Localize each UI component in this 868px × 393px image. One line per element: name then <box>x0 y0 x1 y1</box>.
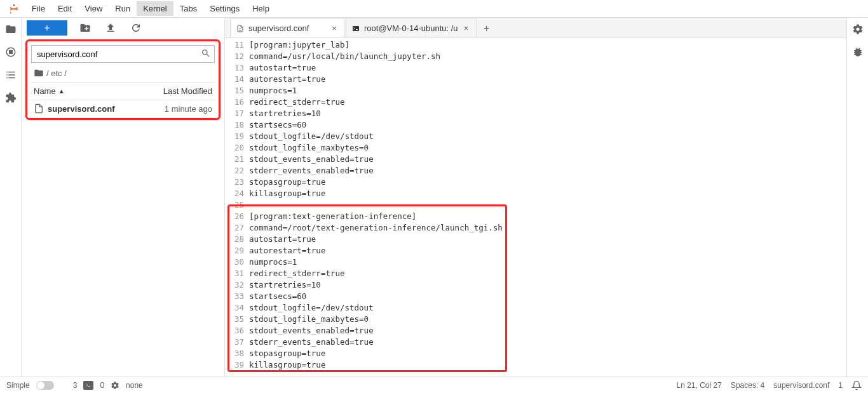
debug-icon[interactable] <box>851 46 864 58</box>
filter-input[interactable] <box>31 45 215 63</box>
terminal-badge-icon[interactable] <box>83 381 93 390</box>
line-number: 22 <box>225 165 249 177</box>
new-launcher-button[interactable] <box>27 20 67 36</box>
line-text: stopasgroup=true <box>249 348 846 359</box>
upload-icon[interactable] <box>103 20 118 36</box>
menu-bar: FileEditViewRunKernelTabsSettingsHelp <box>0 0 868 18</box>
code-line[interactable]: 37stderr_events_enabled=true <box>225 336 846 348</box>
line-text: stdout_logfile=/dev/stdout <box>249 302 846 314</box>
code-line[interactable]: 32startretries=10 <box>225 279 846 291</box>
code-line[interactable]: 34stdout_logfile=/dev/stdout <box>225 302 846 314</box>
line-text: [program:text-generation-inference] <box>249 211 846 222</box>
menu-tabs[interactable]: Tabs <box>173 1 203 16</box>
line-text: numprocs=1 <box>249 256 846 268</box>
menu-view[interactable]: View <box>78 1 109 16</box>
menu-help[interactable]: Help <box>246 1 276 16</box>
code-line[interactable]: 31redirect_stderr=true <box>225 268 846 279</box>
file-row[interactable]: supervisord.conf 1 minute ago <box>31 100 215 117</box>
line-number: 17 <box>225 108 249 119</box>
menu-file[interactable]: File <box>25 1 51 16</box>
bell-icon[interactable] <box>851 380 862 390</box>
running-icon[interactable] <box>4 46 17 58</box>
code-line[interactable]: 11[program:jupyter_lab] <box>225 39 846 51</box>
code-line[interactable]: 23stopasgroup=true <box>225 177 846 188</box>
property-inspector-icon[interactable] <box>851 23 864 36</box>
line-text: autorestart=true <box>249 74 846 85</box>
gear-icon[interactable] <box>111 381 119 390</box>
simple-mode-label: Simple <box>6 381 30 390</box>
line-number: 33 <box>225 291 249 302</box>
code-line[interactable]: 22stderr_events_enabled=true <box>225 165 846 177</box>
line-text: autostart=true <box>249 62 846 74</box>
code-line[interactable]: 27command=/root/text-generation-inferenc… <box>225 222 846 234</box>
terminal-icon <box>351 24 360 33</box>
code-line[interactable]: 33startsecs=60 <box>225 291 846 302</box>
notification-count[interactable]: 1 <box>838 381 843 390</box>
highlight-box-filebrowser: / etc / Name ▲ Last Modified supervisord… <box>25 39 220 120</box>
add-tab-button[interactable]: + <box>478 20 496 37</box>
tab-label: supervisord.conf <box>248 23 326 33</box>
code-line[interactable]: 25 <box>225 199 846 211</box>
line-text: stdout_events_enabled=true <box>249 325 846 336</box>
code-line[interactable]: 21stdout_events_enabled=true <box>225 154 846 165</box>
line-text: stdout_logfile_maxbytes=0 <box>249 142 846 154</box>
svg-point-1 <box>10 11 11 13</box>
line-number: 12 <box>225 51 249 62</box>
code-line[interactable]: 26[program:text-generation-inference] <box>225 211 846 222</box>
tab-bar: supervisord.conf × root@VM-0-14-ubuntu: … <box>225 18 846 38</box>
tab-1[interactable]: root@VM-0-14-ubuntu: /u × <box>346 18 477 37</box>
status-bar: Simple 3 0 none Ln 21, Col 27 Spaces: 4 … <box>0 376 868 393</box>
code-line[interactable]: 35stdout_logfile_maxbytes=0 <box>225 314 846 325</box>
code-line[interactable]: 19stdout_logfile=/dev/stdout <box>225 131 846 142</box>
code-line[interactable]: 18startsecs=60 <box>225 119 846 131</box>
menu-settings[interactable]: Settings <box>203 1 246 16</box>
kernel-status[interactable]: none <box>126 381 143 390</box>
code-line[interactable]: 39killasgroup=true <box>225 359 846 371</box>
code-line[interactable]: 30numprocs=1 <box>225 256 846 268</box>
code-line[interactable]: 15numprocs=1 <box>225 85 846 97</box>
folder-icon[interactable] <box>4 23 17 36</box>
extensions-icon[interactable] <box>4 91 17 104</box>
line-number: 21 <box>225 154 249 165</box>
code-line[interactable]: 20stdout_logfile_maxbytes=0 <box>225 142 846 154</box>
code-line[interactable]: 14autorestart=true <box>225 74 846 85</box>
close-icon[interactable]: × <box>330 24 339 33</box>
code-line[interactable]: 36stdout_events_enabled=true <box>225 325 846 336</box>
line-number: 14 <box>225 74 249 85</box>
code-line[interactable]: 29autorestart=true <box>225 245 846 256</box>
line-text: command=/usr/local/bin/launch_jupyter.sh <box>249 51 846 62</box>
code-line[interactable]: 12command=/usr/local/bin/launch_jupyter.… <box>225 51 846 62</box>
refresh-icon[interactable] <box>128 20 144 36</box>
spaces-indicator[interactable]: Spaces: 4 <box>731 381 764 390</box>
code-line[interactable]: 16redirect_stderr=true <box>225 97 846 108</box>
breadcrumb[interactable]: / etc / <box>31 63 215 82</box>
code-line[interactable]: 28autostart=true <box>225 234 846 245</box>
new-folder-icon[interactable] <box>78 20 93 36</box>
code-line[interactable]: 38stopasgroup=true <box>225 348 846 359</box>
status-count-2[interactable]: 0 <box>100 381 104 390</box>
menu-kernel[interactable]: Kernel <box>137 1 173 16</box>
close-icon[interactable]: × <box>462 24 471 33</box>
file-icon <box>34 103 44 114</box>
sort-asc-icon: ▲ <box>58 88 65 95</box>
code-line[interactable]: 13autostart=true <box>225 62 846 74</box>
editor[interactable]: 11[program:jupyter_lab]12command=/usr/lo… <box>225 38 846 376</box>
svg-rect-6 <box>353 26 359 31</box>
menu-run[interactable]: Run <box>109 1 137 16</box>
header-modified-column[interactable]: Last Modified <box>139 83 215 100</box>
toc-icon[interactable] <box>4 69 17 81</box>
line-number: 27 <box>225 222 249 234</box>
cursor-position[interactable]: Ln 21, Col 27 <box>677 381 722 390</box>
simple-mode-toggle[interactable] <box>36 381 54 390</box>
menu-edit[interactable]: Edit <box>51 1 78 16</box>
header-name-column[interactable]: Name ▲ <box>31 83 139 100</box>
status-count-1[interactable]: 3 <box>73 381 78 390</box>
code-line[interactable]: 24killasgroup=true <box>225 188 846 199</box>
tab-0[interactable]: supervisord.conf × <box>230 18 344 37</box>
tab-label: root@VM-0-14-ubuntu: /u <box>364 23 458 33</box>
search-icon <box>201 48 211 58</box>
line-number: 39 <box>225 359 249 371</box>
line-number: 29 <box>225 245 249 256</box>
file-modified: 1 minute ago <box>136 104 212 114</box>
code-line[interactable]: 17startretries=10 <box>225 108 846 119</box>
